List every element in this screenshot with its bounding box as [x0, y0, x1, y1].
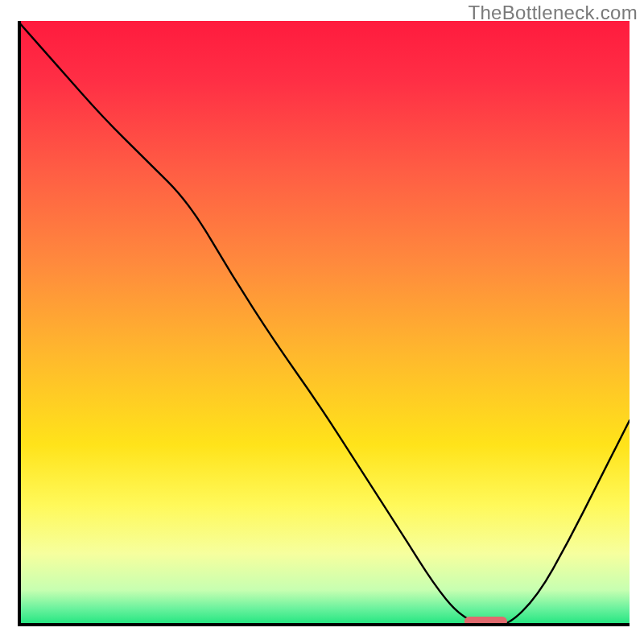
bottleneck-curve — [18, 21, 630, 626]
watermark-text: TheBottleneck.com — [468, 2, 638, 24]
chart-frame: TheBottleneck.com — [0, 0, 644, 644]
optimal-marker — [464, 617, 507, 626]
chart-svg — [18, 21, 630, 626]
plot-area — [18, 21, 630, 626]
